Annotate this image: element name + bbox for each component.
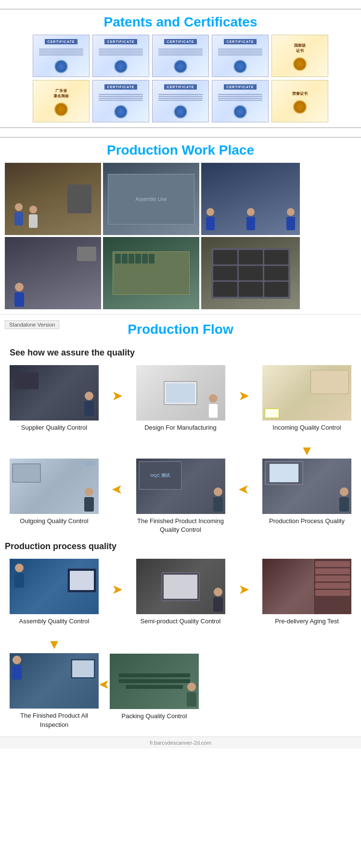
- supplier-qc-item: Supplier Quality Control: [10, 365, 99, 441]
- process-arrow-down-container: ▼: [5, 637, 356, 652]
- supplier-qc-label: Supplier Quality Control: [21, 423, 87, 441]
- pre-delivery-label: Pre-delivery Aging Test: [275, 617, 339, 634]
- workplace-photos-bottom: [5, 237, 356, 309]
- packing-qc-photo: [110, 654, 199, 709]
- cert-8: [152, 80, 209, 122]
- finished-product-item: OQC 测试 The Finished Product Incoming Qua…: [136, 459, 225, 534]
- pre-delivery-item: Pre-delivery Aging Test: [262, 559, 351, 634]
- process-arrow-right-1: ➤: [112, 583, 123, 611]
- incoming-qc-photo: [262, 365, 351, 421]
- workplace-photo-4: [5, 237, 101, 309]
- cert-4: [212, 35, 269, 77]
- outgoing-qc-photo: OQC: [10, 459, 99, 514]
- patents-section-header: Patents and Certificates: [0, 0, 361, 35]
- incoming-qc-item: Incoming Quality Control: [262, 365, 351, 441]
- process-flow-row-2: The Finished Product All Inspection ➤: [10, 653, 351, 729]
- finished-inspection-photo: [10, 653, 99, 709]
- cert-9: [212, 80, 269, 122]
- cert-3: [152, 35, 209, 77]
- incoming-qc-label: Incoming Quality Control: [272, 423, 341, 441]
- workplace-photo-3: [201, 163, 300, 235]
- cert-7: [92, 80, 149, 122]
- cert-6: 广东省著名商标: [33, 80, 90, 122]
- certs-row-2: 广东省著名商标 荣誉证书: [5, 80, 356, 122]
- semi-product-item: Semi-product Quality Control: [136, 559, 225, 634]
- production-flow-section: Standalone Version Production Flow: [0, 314, 361, 342]
- cert-5: 国家级证书: [271, 35, 328, 77]
- cert-1: [33, 35, 90, 77]
- footer-url: fr.barcodescanner-2d.com: [150, 740, 211, 746]
- arrow-left-2: ➤: [238, 483, 249, 511]
- outgoing-qc-item: OQC Outgoing Quality Control: [10, 459, 99, 534]
- process-quality-section: Production process quality Assembly Qual…: [0, 537, 361, 736]
- finished-product-label: The Finished Product Incoming Quality Co…: [136, 517, 225, 534]
- quality-assurance-block: See how we assure the quality Supplier Q…: [0, 348, 361, 534]
- finished-product-photo: OQC 测试: [136, 459, 225, 514]
- pre-delivery-photo: [262, 559, 351, 614]
- arrow-down-icon: ▼: [300, 443, 314, 458]
- workplace-section-header: Production Work Place: [0, 127, 361, 163]
- assembly-qc-photo: [10, 559, 99, 614]
- process-arrow-left-1: ➤: [99, 676, 110, 707]
- workplace-photo-5: [103, 237, 199, 309]
- arrow-down-container: ▼: [10, 443, 351, 459]
- packing-qc-item: Packing Quality Control: [110, 654, 199, 729]
- workplace-photo-1: [5, 163, 101, 235]
- workplace-section: Assembly Line: [0, 163, 361, 314]
- quality-subtitle: See how we assure the quality: [10, 348, 356, 358]
- page-footer: fr.barcodescanner-2d.com: [0, 736, 361, 749]
- assembly-qc-label: Assembly Quality Control: [19, 617, 90, 634]
- production-process-photo: [262, 459, 351, 514]
- dfm-item: Design For Manufacturing: [136, 365, 225, 441]
- arrow-right-1: ➤: [112, 389, 123, 417]
- patents-title: Patents and Certificates: [0, 14, 361, 30]
- dfm-label: Design For Manufacturing: [144, 423, 217, 441]
- production-process-label: Production Process Quality: [269, 517, 345, 534]
- finished-inspection-label: The Finished Product All Inspection: [10, 711, 99, 729]
- process-arrow-down-icon: ▼: [48, 637, 61, 652]
- arrow-right-2: ➤: [238, 389, 249, 417]
- workplace-photos-top: Assembly Line: [5, 163, 356, 235]
- cert-10: 荣誉证书: [271, 80, 328, 122]
- process-flow-row-1: Assembly Quality Control ➤ Semi-product …: [10, 559, 351, 634]
- process-arrow-right-2: ➤: [238, 583, 249, 611]
- semi-product-photo: [136, 559, 225, 614]
- patents-section: 国家级证书 广东省著名商标 荣誉证书: [0, 35, 361, 127]
- standalone-badge: Standalone Version: [5, 320, 59, 329]
- arrow-left-1: ➤: [112, 483, 123, 511]
- semi-product-label: Semi-product Quality Control: [141, 617, 221, 634]
- quality-flow-row-2: OQC Outgoing Quality Control ➤ OQC 测试 Th…: [10, 459, 351, 534]
- cert-2: [92, 35, 149, 77]
- workplace-title: Production Work Place: [0, 143, 361, 158]
- finished-inspection-item: The Finished Product All Inspection: [10, 653, 99, 729]
- certs-row-1: 国家级证书: [5, 35, 356, 77]
- workplace-photo-2: Assembly Line: [103, 163, 199, 235]
- dfm-photo: [136, 365, 225, 421]
- assembly-qc-item: Assembly Quality Control: [10, 559, 99, 634]
- production-process-item: Production Process Quality: [262, 459, 351, 534]
- workplace-photo-6: [201, 237, 300, 309]
- outgoing-qc-label: Outgoing Quality Control: [20, 517, 88, 534]
- process-quality-title: Production process quality: [5, 541, 356, 552]
- packing-qc-label: Packing Quality Control: [122, 712, 187, 729]
- quality-flow-row-1: Supplier Quality Control ➤ Design For Ma…: [10, 365, 351, 441]
- supplier-qc-photo: [10, 365, 99, 421]
